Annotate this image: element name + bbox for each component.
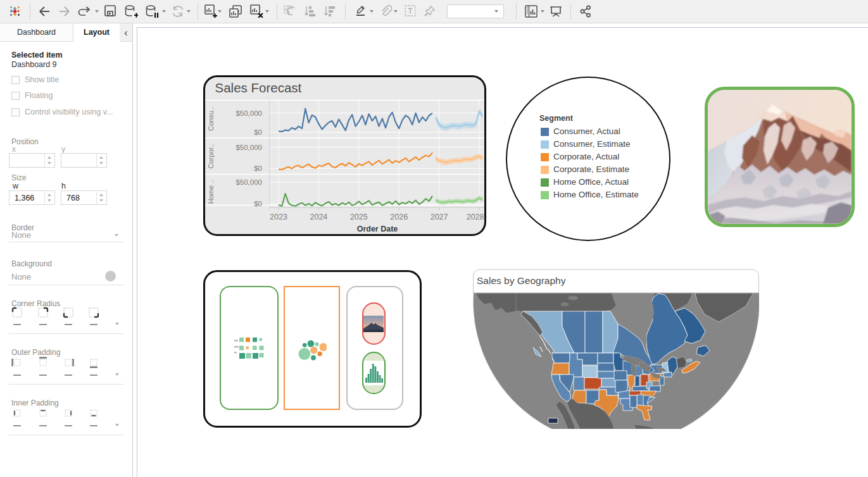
svg-text:Order Date: Order Date [357, 225, 398, 233]
svg-text:Home ..: Home .. [207, 180, 215, 204]
svg-text:Corpor..: Corpor.. [207, 144, 215, 168]
svg-text:Sales by Geography: Sales by Geography [477, 275, 566, 286]
svg-text:$50,000: $50,000 [236, 178, 262, 186]
svg-text:2028: 2028 [467, 213, 484, 221]
svg-text:2024: 2024 [310, 213, 327, 221]
svg-text:2023: 2023 [270, 213, 287, 221]
svg-text:$50,000: $50,000 [236, 144, 262, 151]
svg-text:$0: $0 [254, 200, 262, 208]
svg-text:Consu..: Consu.. [207, 107, 215, 131]
svg-text:2025: 2025 [350, 213, 368, 221]
svg-text:2027: 2027 [431, 213, 448, 221]
svg-text:2026: 2026 [390, 213, 408, 221]
svg-text:$50,000: $50,000 [236, 109, 262, 117]
svg-text:$0: $0 [254, 164, 262, 172]
svg-text:Sales Forecast: Sales Forecast [215, 80, 302, 95]
svg-text:$0: $0 [254, 128, 262, 136]
